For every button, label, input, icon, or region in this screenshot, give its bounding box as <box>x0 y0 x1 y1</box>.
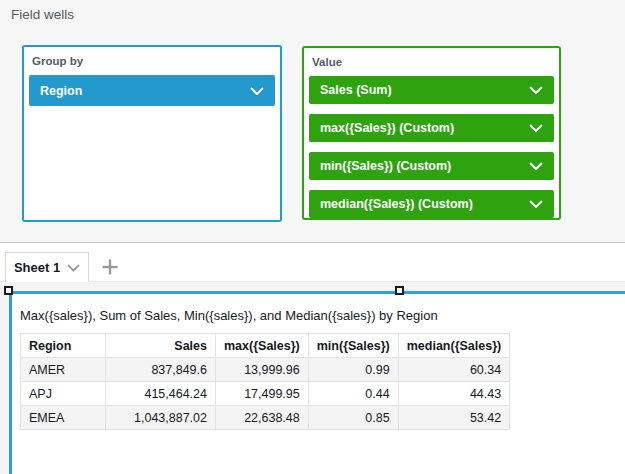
add-sheet-button[interactable] <box>96 253 124 281</box>
cell-median-sales: 53.42 <box>398 406 509 430</box>
column-header-max-sales[interactable]: max({Sales}) <box>216 334 309 358</box>
table-row: EMEA 1,043,887.02 22,638.48 0.85 53.42 <box>21 406 510 430</box>
tab-sheet-1[interactable]: Sheet 1 <box>5 252 89 282</box>
field-pill-label: Region <box>40 84 82 98</box>
resize-handle-top-center[interactable] <box>395 286 404 295</box>
field-pill-region[interactable]: Region <box>29 75 275 106</box>
table-visual[interactable]: Max({sales}), Sum of Sales, Min({sales})… <box>9 291 625 474</box>
column-header-min-sales[interactable]: min({Sales}) <box>308 334 398 358</box>
resize-handle-top-left[interactable] <box>4 286 13 295</box>
data-table: Region Sales max({Sales}) min({Sales}) m… <box>20 333 510 430</box>
field-pill-max-sales[interactable]: max({Sales}) (Custom) <box>309 114 554 142</box>
column-header-sales[interactable]: Sales <box>106 334 216 358</box>
cell-sales: 837,849.6 <box>106 358 216 382</box>
cell-median-sales: 60.34 <box>398 358 509 382</box>
column-header-region[interactable]: Region <box>21 334 106 358</box>
chevron-down-icon[interactable] <box>67 264 80 272</box>
cell-max-sales: 22,638.48 <box>216 406 309 430</box>
chevron-down-icon[interactable] <box>529 124 543 132</box>
group-by-label: Group by <box>32 55 280 67</box>
field-pill-median-sales[interactable]: median({Sales}) (Custom) <box>309 190 554 218</box>
field-pill-label: Sales (Sum) <box>320 83 392 97</box>
field-pill-label: median({Sales}) (Custom) <box>320 197 473 211</box>
chevron-down-icon[interactable] <box>529 162 543 170</box>
cell-region: EMEA <box>21 406 106 430</box>
field-pill-label: max({Sales}) (Custom) <box>320 121 454 135</box>
tab-sheet-1-label: Sheet 1 <box>14 260 60 275</box>
value-well: Value Sales (Sum) max({Sales}) (Custom) … <box>302 46 561 220</box>
sheet-canvas: Max({sales}), Sum of Sales, Min({sales})… <box>0 282 625 474</box>
cell-min-sales: 0.99 <box>308 358 398 382</box>
cell-sales: 415,464.24 <box>106 382 216 406</box>
visual-title: Max({sales}), Sum of Sales, Min({sales})… <box>20 308 613 323</box>
cell-min-sales: 0.44 <box>308 382 398 406</box>
cell-median-sales: 44.43 <box>398 382 509 406</box>
table-header-row: Region Sales max({Sales}) min({Sales}) m… <box>21 334 510 358</box>
plus-icon <box>101 258 119 276</box>
chevron-down-icon[interactable] <box>250 87 264 95</box>
field-pill-sales-sum[interactable]: Sales (Sum) <box>309 76 554 104</box>
cell-min-sales: 0.85 <box>308 406 398 430</box>
field-wells-title: Field wells <box>11 7 74 22</box>
group-by-well: Group by Region <box>22 45 282 222</box>
field-pill-min-sales[interactable]: min({Sales}) (Custom) <box>309 152 554 180</box>
column-header-median-sales[interactable]: median({Sales}) <box>398 334 509 358</box>
chevron-down-icon[interactable] <box>529 86 543 94</box>
cell-region: AMER <box>21 358 106 382</box>
field-pill-label: min({Sales}) (Custom) <box>320 159 451 173</box>
value-label: Value <box>312 56 559 68</box>
table-row: AMER 837,849.6 13,999.96 0.99 60.34 <box>21 358 510 382</box>
table-row: APJ 415,464.24 17,499.95 0.44 44.43 <box>21 382 510 406</box>
cell-region: APJ <box>21 382 106 406</box>
cell-max-sales: 17,499.95 <box>216 382 309 406</box>
cell-sales: 1,043,887.02 <box>106 406 216 430</box>
cell-max-sales: 13,999.96 <box>216 358 309 382</box>
field-wells-panel: Field wells Group by Region Value Sales … <box>0 0 625 243</box>
sheet-tab-bar: Sheet 1 <box>0 244 625 282</box>
chevron-down-icon[interactable] <box>529 200 543 208</box>
